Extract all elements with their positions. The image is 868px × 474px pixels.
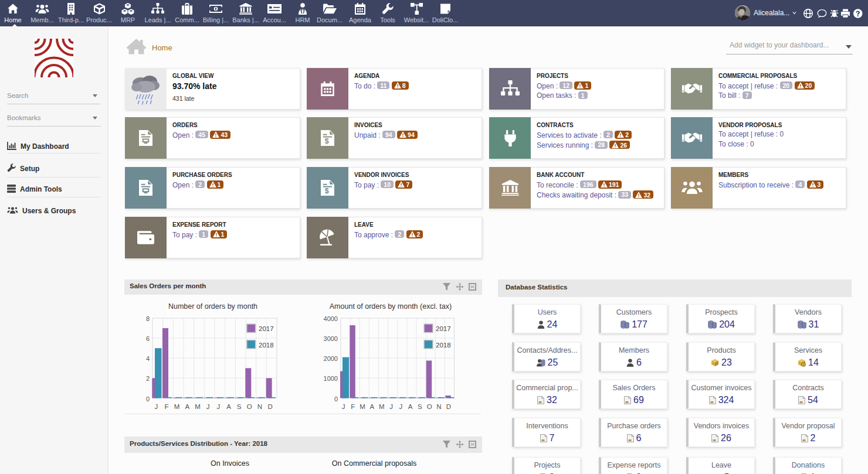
- svg-text:D: D: [446, 403, 451, 410]
- svg-text:2017: 2017: [259, 325, 274, 332]
- svg-text:N: N: [436, 403, 441, 410]
- svg-text:J: J: [399, 403, 402, 410]
- svg-text:F: F: [164, 403, 168, 410]
- svg-text:1000: 1000: [324, 375, 338, 382]
- svg-text:J: J: [389, 403, 393, 410]
- svg-text:S: S: [237, 403, 242, 410]
- svg-text:M: M: [360, 403, 365, 410]
- svg-text:J: J: [154, 403, 158, 410]
- svg-text:A: A: [226, 403, 231, 410]
- svg-text:2000: 2000: [324, 355, 338, 362]
- svg-text:J: J: [216, 403, 220, 410]
- svg-text:O: O: [427, 403, 432, 410]
- svg-text:Number of orders by month: Number of orders by month: [168, 302, 257, 311]
- svg-text:D: D: [267, 403, 272, 410]
- svg-text:4000: 4000: [324, 315, 338, 322]
- svg-text:0: 0: [146, 395, 150, 403]
- svg-text:M: M: [195, 403, 201, 410]
- svg-text:A: A: [408, 403, 413, 410]
- svg-text:M: M: [174, 403, 180, 410]
- svg-text:$: $: [325, 137, 329, 145]
- svg-text:A: A: [185, 403, 189, 410]
- svg-text:4: 4: [146, 355, 150, 362]
- svg-text:F: F: [351, 403, 355, 410]
- svg-text:2: 2: [146, 375, 150, 382]
- svg-text:J: J: [342, 403, 345, 410]
- svg-text:O: O: [247, 403, 252, 410]
- svg-text:S: S: [418, 403, 422, 410]
- svg-text:0: 0: [334, 395, 338, 403]
- svg-text:Amount of orders by month (exc: Amount of orders by month (excl. tax): [330, 302, 452, 311]
- svg-text:A: A: [370, 403, 375, 410]
- svg-text:J: J: [206, 403, 210, 410]
- svg-text:8: 8: [146, 315, 150, 322]
- svg-text:2018: 2018: [436, 342, 451, 349]
- svg-text:2017: 2017: [436, 325, 451, 332]
- svg-text:2018: 2018: [259, 342, 274, 349]
- svg-text:M: M: [379, 403, 385, 410]
- svg-text:3000: 3000: [324, 335, 338, 342]
- svg-text:6: 6: [146, 335, 150, 342]
- svg-text:N: N: [257, 403, 262, 410]
- svg-text:$: $: [325, 187, 329, 195]
